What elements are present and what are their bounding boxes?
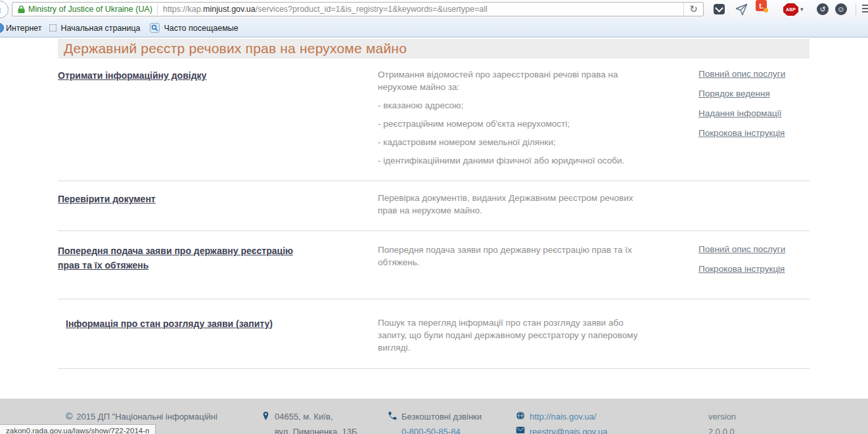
link-maintenance-procedure[interactable]: Порядок ведення <box>698 88 810 100</box>
service-link-preliminary-application[interactable]: Попередня подача заяви про державну реєс… <box>58 244 301 272</box>
bookmark-frequently-visited[interactable]: Часто посещаемые <box>164 24 239 33</box>
address-line-1: 04655, м. Київ, <box>275 409 357 424</box>
pocket-icon[interactable] <box>714 4 725 14</box>
service-link-application-status[interactable]: Інформація про стан розгляду заяви (запи… <box>66 316 273 331</box>
service-link-verify-document[interactable]: Перевірити документ <box>58 192 156 206</box>
desc-paragraph: Отримання відомостей про зареєстровані р… <box>378 68 641 93</box>
footer-version: version 2.0.0.0 <box>708 409 736 434</box>
service-row-verify-document: Перевірити документ Перевірка документів… <box>58 181 810 231</box>
restart-glyph: ↺ <box>819 5 825 14</box>
desc-paragraph: Попередня подача заяви про державну реєс… <box>378 244 641 269</box>
desc-paragraph: - ідентифікаційними даними фізичної або … <box>378 154 641 167</box>
desc-paragraph: - реєстраційним номером об'єкта нерухомо… <box>378 118 641 130</box>
service-description: Попередня подача заяви про державну реєс… <box>378 244 698 283</box>
url-path: /services?product_id=1&is_registry=1&key… <box>256 5 488 14</box>
desc-paragraph: - кадастровим номером земельної ділянки; <box>378 136 641 148</box>
footer-phone: Безкоштовні дзвінки 0-800-50-85-84 <box>388 409 482 434</box>
desc-paragraph: Перевірка документів, виданих Державним … <box>378 192 641 217</box>
send-paper-plane-icon[interactable] <box>735 3 748 18</box>
session-restart-icon[interactable]: ↺ <box>817 3 829 15</box>
reload-icon: ↻ <box>689 3 698 15</box>
service-description: Отримання відомостей про зареєстровані р… <box>378 68 698 173</box>
desc-paragraph: Пошук та перегляд інформації про стан ро… <box>378 316 641 354</box>
back-icon: ‹ <box>0 4 1 15</box>
version-value: 2.0.0.0 <box>708 424 736 434</box>
version-label: version <box>708 409 736 424</box>
phone-label: Безкоштовні дзвінки <box>401 409 482 424</box>
url-text[interactable]: https://kap.minjust.gov.ua/services?prod… <box>163 5 488 14</box>
link-full-service-description[interactable]: Повний опис послуги <box>698 244 810 255</box>
link-step-by-step-instruction[interactable]: Покрокова інструкція <box>698 263 810 275</box>
service-description: Пошук та перегляд інформації про стан ро… <box>378 316 698 360</box>
bookmarks-bar: Интернет Начальная страница Часто посеща… <box>0 19 868 37</box>
bookmark-home-page[interactable]: Начальная страница <box>61 24 141 33</box>
status-link-preview: zakon0.rada.gov.ua/laws/show/722-2014-п <box>0 424 156 434</box>
address-line-2: вул. Пимоненка, 13Б <box>275 424 357 434</box>
link-step-by-step-instruction[interactable]: Покрокова інструкція <box>698 127 810 139</box>
url-bar[interactable]: Ministry of Justice of Ukraine (UA) http… <box>12 2 704 16</box>
desc-paragraph: - вказаною адресою; <box>378 99 641 112</box>
url-prefix: https://kap. <box>163 5 203 14</box>
hamburger-menu-icon[interactable] <box>862 5 868 14</box>
service-link-get-info-certificate[interactable]: Отримати інформаційну довідку <box>58 68 206 83</box>
service-row-info-certificate: Отримати інформаційну довідку Отримання … <box>58 58 810 181</box>
url-divider <box>157 4 158 14</box>
security-label[interactable]: Ministry of Justice of Ukraine (UA) <box>28 5 152 14</box>
footer-web: http://nais.gov.ua/ reestry@nais.gov.ua <box>516 409 607 434</box>
url-domain: minjust.gov.ua <box>203 5 256 14</box>
dotted-square-icon <box>49 24 57 32</box>
abp-dropdown-caret-icon[interactable]: ▾ <box>800 6 804 12</box>
website-link[interactable]: http://nais.gov.ua/ <box>530 412 597 422</box>
footer-address: 04655, м. Київ, вул. Пимоненка, 13Б <box>262 409 357 434</box>
adblock-plus-icon[interactable]: ABP <box>783 3 798 16</box>
service-description: Перевірка документів, виданих Державним … <box>378 192 698 223</box>
t-icon-label: t. <box>759 2 764 10</box>
service-side-links: Повний опис послуги Покрокова інструкція <box>698 244 810 283</box>
service-row-preliminary-application: Попередня подача заяви про державну реєс… <box>58 231 810 299</box>
lock-icon <box>18 5 25 14</box>
service-row-application-status: Інформація про стан розгляду заяви (запи… <box>58 299 810 369</box>
phone-icon <box>388 411 397 434</box>
email-link[interactable]: reestry@nais.gov.ua <box>530 427 607 434</box>
status-link-preview-text: zakon0.rada.gov.ua/laws/show/722-2014-п <box>6 427 149 434</box>
magnifier-folder-icon <box>150 23 160 33</box>
service-side-links: Повний опис послуги Порядок ведення Нада… <box>698 68 810 173</box>
abp-label: ABP <box>786 7 796 12</box>
bookmark-internet[interactable]: Интернет <box>6 24 42 33</box>
feedback-smiley-icon[interactable]: ☺ <box>835 3 847 15</box>
phone-number-link[interactable]: 0-800-50-85-84 <box>401 427 461 434</box>
page-title-band: Державний реєстр речових прав на нерухом… <box>58 39 810 58</box>
page-content: Державний реєстр речових прав на нерухом… <box>0 37 868 399</box>
browser-toolbar: ‹ Ministry of Justice of Ukraine (UA) ht… <box>0 0 868 19</box>
link-full-service-description[interactable]: Повний опис послуги <box>698 68 810 80</box>
globe-favicon-icon[interactable] <box>0 23 4 33</box>
t-extension-icon[interactable]: t. <box>756 0 767 11</box>
reload-button[interactable]: ↻ <box>683 3 703 16</box>
globe-icon <box>516 411 525 424</box>
toolbar-separator <box>856 3 856 16</box>
envelope-icon <box>516 426 525 434</box>
page-title: Державний реєстр речових прав на нерухом… <box>64 41 407 56</box>
smiley-glyph: ☺ <box>837 5 845 14</box>
back-button[interactable]: ‹ <box>0 1 9 18</box>
link-providing-information[interactable]: Надання інформації <box>698 108 810 119</box>
map-pin-icon <box>262 411 270 434</box>
